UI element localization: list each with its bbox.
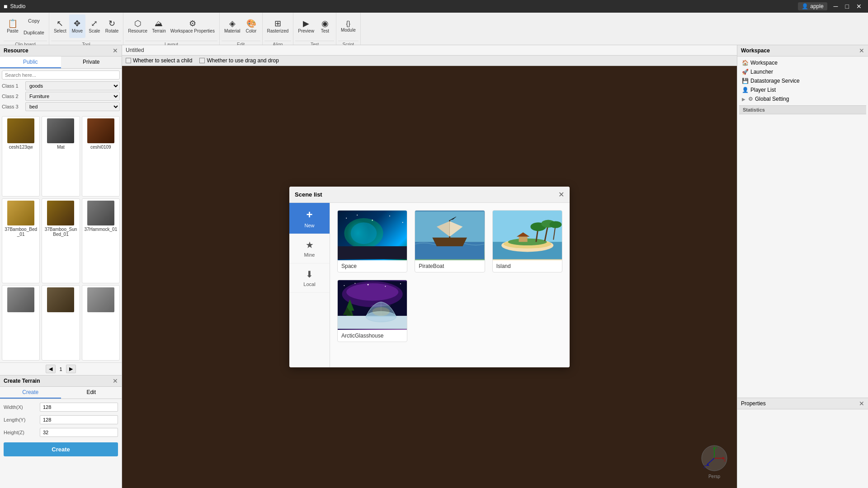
scene-nav-local[interactable]: ⬇ Local (289, 263, 330, 293)
resource-name: ceshi0109 (90, 145, 111, 150)
properties-panel-close[interactable]: ✕ (859, 400, 864, 407)
select-child-checkbox[interactable] (126, 58, 131, 63)
length-input[interactable] (40, 415, 118, 424)
tree-item-launcher[interactable]: 🚀 Launcher (739, 67, 866, 76)
list-item[interactable]: 37Bamboo_Bed_01 (2, 198, 40, 284)
workspace-header: Workspace ✕ (737, 45, 868, 56)
close-button[interactable]: ✕ (854, 0, 864, 13)
tree-item-datastorage[interactable]: 💾 Datastorage Service (739, 76, 866, 85)
list-item[interactable]: 37Hammock_01 (82, 198, 120, 284)
test-label: Test (321, 28, 329, 33)
tab-private[interactable]: Private (61, 56, 122, 68)
list-item[interactable]: Mat (42, 116, 80, 197)
modal-close-button[interactable]: ✕ (558, 190, 564, 199)
tab-create[interactable]: Create (0, 387, 61, 399)
tree-item-globalsetting[interactable]: ▶ ⚙ Global Setting (739, 94, 866, 103)
minimize-button[interactable]: ─ (831, 0, 841, 13)
resource-thumb (87, 118, 114, 143)
workspace-props-button[interactable]: ⚙ Workspace Properties (169, 14, 217, 38)
module-button[interactable]: {} Module (339, 14, 358, 38)
list-item[interactable] (42, 285, 80, 361)
toolbar-group-test: ▶ Preview ◉ Test Test (293, 13, 336, 45)
resource-panel-header: Resource ✕ (0, 45, 122, 56)
length-row: Length(Y) (4, 415, 118, 424)
new-label: New (304, 223, 314, 228)
material-button[interactable]: ◈ Material (222, 14, 242, 38)
toolbar-group-clipboard: 📋 Paste Copy Duplicate Clip board (2, 13, 49, 45)
class2-select[interactable]: Furniture Chair Table (25, 92, 120, 101)
class1-label: Class 1 (2, 83, 25, 89)
tab-public[interactable]: Public (0, 56, 61, 68)
statistics-label: Statistics (743, 107, 765, 113)
preview-button[interactable]: ▶ Preview (296, 14, 316, 38)
search-input[interactable] (2, 70, 120, 80)
list-item[interactable]: ceshi0109 (82, 116, 120, 197)
toolbar-group-align: ⊞ Rasterized Align (263, 13, 294, 45)
rotate-label: Rotate (105, 28, 118, 33)
scene-card-arcticglasshouse[interactable]: ArcticGlasshouse (337, 280, 407, 342)
svg-point-33 (549, 221, 561, 228)
resource-grid: ceshi123qw Mat ceshi0109 37Bamboo_Bed_01… (0, 114, 122, 362)
scene-nav-mine[interactable]: ★ Mine (289, 234, 330, 263)
select-button[interactable]: ↖ Select (52, 14, 68, 38)
page-prev-button[interactable]: ◀ (46, 365, 56, 373)
length-label: Length(Y) (4, 417, 40, 422)
drag-drop-checkbox[interactable] (199, 58, 205, 63)
datastorage-tree-label: Datastorage Service (750, 78, 800, 84)
scene-card-island[interactable]: Island (492, 210, 562, 272)
scene-nav-new[interactable]: + New (289, 203, 330, 234)
list-item[interactable]: ceshi123qw (2, 116, 40, 197)
list-item[interactable]: 37Bamboo_SunBed_01 (42, 198, 80, 284)
color-button[interactable]: 🎨 Color (243, 14, 259, 38)
width-input[interactable] (40, 403, 118, 412)
module-icon: {} (346, 20, 350, 27)
create-terrain-button[interactable]: Create (4, 442, 118, 456)
rasterized-button[interactable]: ⊞ Rasterized (265, 14, 291, 38)
tab-edit[interactable]: Edit (61, 387, 122, 399)
tree-item-workspace[interactable]: 🏠 Workspace (739, 58, 866, 67)
hint-drag-drop: Whether to use drag and drop (199, 57, 278, 64)
scene-modal: Scene list ✕ + New ★ Mine (289, 187, 570, 367)
statistics-divider: Statistics (739, 105, 866, 114)
class3-select[interactable]: bed sofa desk (25, 102, 120, 111)
resource-thumb (87, 201, 114, 225)
scene-thumb-pirate (415, 211, 484, 260)
copy-button[interactable]: Copy (22, 15, 46, 26)
workspace-tree: 🏠 Workspace 🚀 Launcher 💾 Datastorage Ser… (737, 56, 868, 398)
maximize-button[interactable]: □ (843, 0, 852, 13)
list-item[interactable] (2, 285, 40, 361)
titlebar-title: Studio (10, 3, 25, 9)
scene-card-pirateboat[interactable]: PirateBoat (415, 210, 485, 272)
class1-select[interactable]: goods models effects (25, 81, 120, 90)
terrain-button[interactable]: ⛰ Terrain (150, 14, 168, 38)
duplicate-button[interactable]: Duplicate (22, 27, 46, 38)
svg-rect-34 (519, 237, 527, 242)
workspace-tree-icon: 🏠 (742, 60, 749, 66)
module-label: Module (341, 28, 356, 33)
rotate-button[interactable]: ↻ Rotate (104, 14, 120, 38)
duplicate-label: Duplicate (24, 30, 44, 35)
tree-item-playerlist[interactable]: 👤 Player List (739, 85, 866, 94)
scene-card-space[interactable]: Space (337, 210, 407, 272)
list-item[interactable] (82, 285, 120, 361)
resource-thumb (47, 201, 74, 225)
terrain-panel-header: Create Terrain ✕ (0, 375, 122, 387)
scene-thumb-island (493, 211, 562, 260)
page-next-button[interactable]: ▶ (66, 365, 76, 373)
resource-panel-close[interactable]: ✕ (113, 47, 118, 54)
paste-button[interactable]: 📋 Paste (5, 14, 21, 38)
terrain-panel-title: Create Terrain (4, 378, 40, 384)
test-button[interactable]: ◉ Test (317, 14, 333, 38)
terrain-panel-close[interactable]: ✕ (113, 377, 118, 385)
workspace-close-button[interactable]: ✕ (859, 47, 864, 54)
select-icon: ↖ (57, 19, 63, 28)
height-label: Height(Z) (4, 430, 40, 435)
resource-button[interactable]: ⬡ Resource (126, 14, 149, 38)
height-input[interactable] (40, 428, 118, 437)
scale-button[interactable]: ⤢ Scale (86, 14, 103, 38)
svg-point-39 (344, 285, 344, 286)
playerlist-tree-icon: 👤 (742, 87, 749, 93)
main-area: Resource ✕ Public Private Class 1 goods … (0, 45, 868, 488)
mine-label: Mine (304, 252, 315, 258)
move-button[interactable]: ✥ Move (69, 14, 85, 38)
